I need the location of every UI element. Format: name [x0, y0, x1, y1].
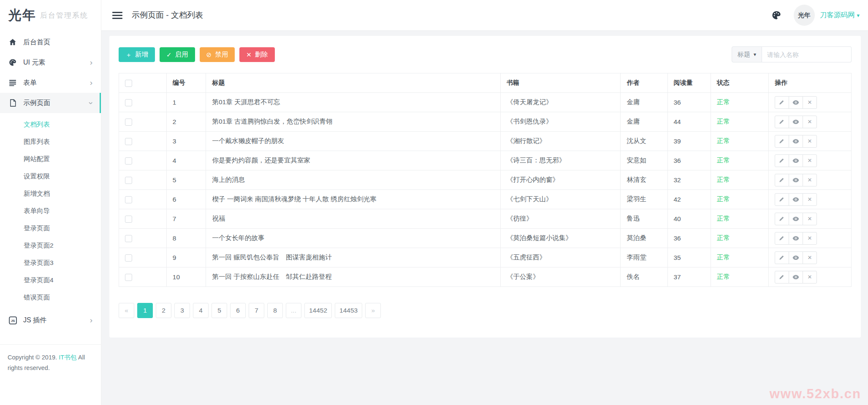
row-checkbox[interactable] — [125, 196, 132, 203]
disable-button[interactable]: ⊘禁用 — [200, 47, 235, 62]
filter-dropdown[interactable]: 标题 ▾ — [732, 46, 762, 62]
delete-row-button[interactable]: ✕ — [803, 193, 817, 206]
view-button[interactable] — [789, 174, 803, 186]
sidebar-subitem-login2[interactable]: 登录页面2 — [0, 237, 101, 254]
pagination-page-6[interactable]: 6 — [230, 303, 246, 318]
row-checkbox[interactable] — [125, 177, 132, 184]
delete-row-button[interactable]: ✕ — [803, 271, 817, 284]
cell-id: 8 — [166, 229, 206, 248]
cell-author: 林清玄 — [621, 170, 667, 190]
view-button[interactable] — [789, 271, 803, 284]
edit-button[interactable] — [775, 271, 789, 284]
row-checkbox[interactable] — [125, 138, 132, 145]
edit-button[interactable] — [775, 213, 789, 225]
view-button[interactable] — [789, 154, 803, 167]
cell-title: 你是要灼灼容颜，还是要宜其室家 — [206, 151, 500, 170]
view-button[interactable] — [789, 96, 803, 109]
view-button[interactable] — [789, 232, 803, 245]
delete-row-button[interactable]: ✕ — [803, 251, 817, 264]
cell-reads: 37 — [667, 267, 711, 287]
edit-button[interactable] — [775, 193, 789, 206]
sidebar-item-example-pages[interactable]: 示例页面› — [0, 93, 101, 113]
palette-icon[interactable] — [772, 11, 781, 20]
enable-button[interactable]: ✓启用 — [160, 47, 195, 62]
sidebar-subitem-site-config[interactable]: 网站配置 — [0, 150, 101, 167]
sidebar-subitem-error-page[interactable]: 错误页面 — [0, 289, 101, 306]
edit-button[interactable] — [775, 232, 789, 245]
sidebar-subitem-login3[interactable]: 登录页面3 — [0, 254, 101, 271]
sidebar-subitem-login4[interactable]: 登录页面4 — [0, 271, 101, 289]
sidebar-subitem-new-doc[interactable]: 新增文档 — [0, 185, 101, 202]
delete-row-button[interactable]: ✕ — [803, 116, 817, 128]
sidebar-subitem-gallery-list[interactable]: 图库列表 — [0, 133, 101, 150]
view-button[interactable] — [789, 251, 803, 264]
sidebar-subitem-doc-list[interactable]: 文档列表 — [0, 116, 101, 133]
cell-reads: 36 — [667, 93, 711, 112]
pagination-page-2[interactable]: 2 — [156, 303, 171, 318]
delete-row-button[interactable]: ✕ — [803, 135, 817, 148]
row-checkbox[interactable] — [125, 254, 132, 262]
row-checkbox[interactable] — [125, 119, 132, 126]
edit-button[interactable] — [775, 174, 789, 186]
delete-button[interactable]: ✕删除 — [239, 47, 275, 62]
pagination-page-4[interactable]: 4 — [193, 303, 209, 318]
column-header: 阅读量 — [667, 73, 711, 93]
pagination-page-14452[interactable]: 14452 — [304, 303, 332, 318]
add-button[interactable]: ＋新增 — [119, 47, 155, 62]
copyright-link[interactable]: IT书包 — [59, 354, 76, 361]
sidebar-item-js-plugins[interactable]: JSJS 插件› — [0, 310, 101, 330]
cell-title: 楔子 一阕词来 南国清秋魂梦绕 十年人散 绣房红烛剑光寒 — [206, 190, 500, 209]
delete-row-button[interactable]: ✕ — [803, 96, 817, 109]
row-checkbox[interactable] — [125, 235, 132, 242]
pagination-prev[interactable]: « — [119, 303, 134, 318]
delete-row-button[interactable]: ✕ — [803, 213, 817, 225]
sidebar-item-forms[interactable]: 表单› — [0, 73, 101, 93]
pagination-ellipsis[interactable]: ... — [286, 303, 301, 318]
search-input[interactable] — [762, 46, 852, 62]
view-button[interactable] — [789, 193, 803, 206]
pagination-page-8[interactable]: 8 — [267, 303, 283, 318]
row-actions: ✕ — [775, 213, 817, 225]
sidebar-subitem-form-wizard[interactable]: 表单向导 — [0, 202, 101, 219]
ban-icon: ⊘ — [206, 51, 212, 58]
status-badge: 正常 — [711, 132, 768, 151]
menu-toggle-icon[interactable] — [112, 12, 122, 19]
cell-title: 一个女长年的故事 — [206, 229, 500, 248]
palette-icon — [8, 58, 17, 67]
pagination-page-14453[interactable]: 14453 — [335, 303, 362, 318]
sidebar-item-dashboard[interactable]: 后台首页 — [0, 32, 101, 52]
avatar[interactable]: 光年 — [794, 5, 815, 26]
pagination-page-1[interactable]: 1 — [137, 303, 153, 318]
sidebar-item-ui-elements[interactable]: UI 元素› — [0, 52, 101, 73]
row-checkbox[interactable] — [125, 216, 132, 223]
delete-row-button[interactable]: ✕ — [803, 174, 817, 186]
chevron-right-icon: › — [90, 316, 92, 324]
cell-author: 莫泊桑 — [621, 229, 667, 248]
delete-row-button[interactable]: ✕ — [803, 232, 817, 245]
edit-button[interactable] — [775, 251, 789, 264]
edit-button[interactable] — [775, 116, 789, 128]
row-checkbox[interactable] — [125, 274, 132, 281]
pagination-page-3[interactable]: 3 — [174, 303, 190, 318]
cell-book: 《打开心内的窗》 — [500, 170, 621, 190]
view-button[interactable] — [789, 135, 803, 148]
row-checkbox[interactable] — [125, 99, 132, 106]
select-all-checkbox[interactable] — [125, 80, 132, 87]
row-checkbox[interactable] — [125, 157, 132, 165]
view-button[interactable] — [789, 213, 803, 225]
view-button[interactable] — [789, 116, 803, 128]
sidebar-item-label: UI 元素 — [23, 58, 45, 67]
edit-button[interactable] — [775, 135, 789, 148]
user-menu[interactable]: 刀客源码网 ▾ — [820, 11, 860, 20]
sidebar-subitem-permissions[interactable]: 设置权限 — [0, 167, 101, 185]
pagination-page-5[interactable]: 5 — [212, 303, 227, 318]
filter-label: 标题 — [738, 51, 750, 59]
sidebar: 光年 后台管理系统 后台首页UI 元素›表单›示例页面›文档列表图库列表网站配置… — [0, 0, 101, 405]
pagination-next[interactable]: » — [365, 303, 381, 318]
pagination-page-7[interactable]: 7 — [249, 303, 264, 318]
table-body: 1 第01章 天涯思君不可忘 《倚天屠龙记》 金庸 36 正常 ✕ 2 第01章… — [119, 93, 852, 287]
delete-row-button[interactable]: ✕ — [803, 154, 817, 167]
edit-button[interactable] — [775, 96, 789, 109]
sidebar-subitem-login[interactable]: 登录页面 — [0, 219, 101, 237]
edit-button[interactable] — [775, 154, 789, 167]
